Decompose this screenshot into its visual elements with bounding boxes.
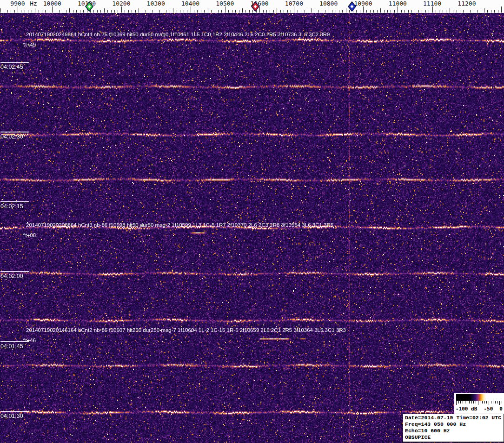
- colorbar-label-min: -100 dB: [456, 406, 477, 412]
- colorbar-ticks: [456, 401, 502, 406]
- time-label: 04:02:45: [0, 64, 23, 70]
- time-tick-line: [0, 62, 29, 63]
- time-label: 04:02:15: [0, 203, 23, 210]
- detection-annotation: 20140719020146164 hCnt2 nb-86 f10607 hit…: [26, 327, 346, 333]
- ruler-label-11000: 11000: [389, 0, 407, 7]
- colorbar-label-mid: -50: [484, 406, 493, 412]
- detection-time-offset: ^t+49: [23, 42, 36, 47]
- ruler-label-10400: 10400: [181, 0, 199, 7]
- colorbar-gradient: [456, 394, 502, 401]
- spectrogram-waterfall: [0, 13, 504, 443]
- ruler-label-10000: 10000: [43, 0, 61, 7]
- ruler-label-11100: 11100: [423, 0, 441, 7]
- ruler-label-10300: 10300: [147, 0, 165, 7]
- info-date-time: Date=2014-07-19 Time=02:02 UTC: [405, 415, 502, 421]
- detection-annotation: 20140719020208864 hCnt3 nb-86 f10598 hit…: [26, 222, 333, 228]
- color-scale-legend: -100 dB -50 0: [454, 393, 504, 414]
- detection-time-offset: ^t+08: [23, 232, 36, 238]
- time-label: 04:01:45: [0, 343, 23, 350]
- time-tick-line: [0, 201, 29, 202]
- green-marker[interactable]: [85, 1, 94, 12]
- frequency-ruler: 9900100001010010200103001040010500106001…: [0, 0, 504, 13]
- red-marker[interactable]: [251, 1, 260, 12]
- meteor-spectrogram-app: 9900100001010010200103001040010500106001…: [0, 0, 504, 443]
- ruler-label-10200: 10200: [112, 0, 130, 7]
- ruler-label-11200: 11200: [458, 0, 476, 7]
- ruler-label-10500: 10500: [216, 0, 234, 7]
- time-tick-line: [0, 411, 29, 412]
- time-label: 04:02:00: [0, 273, 23, 279]
- station-info-box: Date=2014-07-19 Time=02:02 UTC Freq=143 …: [403, 414, 504, 442]
- detection-annotation: 20140719020249864 hCnt4 nb-75 f10369 hit…: [26, 32, 330, 37]
- info-frequency: Freq=143 050 000 Hz: [405, 421, 502, 428]
- time-label: 04:02:30: [0, 133, 23, 140]
- time-tick-line: [0, 271, 29, 272]
- ruler-label-10700: 10700: [285, 0, 303, 7]
- info-station-name: OBSUPICE: [405, 434, 502, 441]
- info-echo-frequency: Echo=10 600 Hz: [405, 428, 502, 434]
- colorbar-label-max: 0: [499, 406, 503, 412]
- ruler-unit-label: Hz: [30, 0, 37, 7]
- detection-time-offset: ^t+46: [23, 337, 36, 343]
- ruler-label-10900: 10900: [354, 0, 372, 7]
- ruler-label-10800: 10800: [319, 0, 338, 7]
- blue-marker[interactable]: [347, 1, 357, 12]
- time-tick-line: [0, 132, 29, 132]
- ruler-label-9900: 9900: [10, 0, 25, 7]
- colorbar-labels: -100 dB -50 0: [456, 406, 503, 412]
- time-label: 04:01:30: [0, 413, 23, 419]
